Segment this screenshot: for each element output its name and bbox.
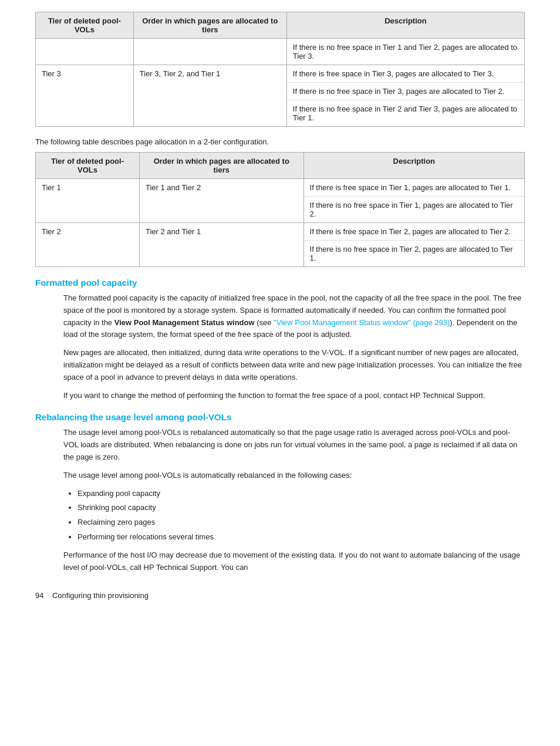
page-number: 94 xyxy=(35,591,43,600)
rebalancing-para2-text: The usage level among pool-VOLs is autom… xyxy=(63,471,352,480)
table1-header-col3: Description xyxy=(286,12,524,39)
table1-header-col2: Order in which pages are allocated to ti… xyxy=(133,12,286,39)
desc-subrow: If there is no free space in Tier 3, pag… xyxy=(287,83,524,100)
desc-cell: If there is free space in Tier 2, pages … xyxy=(303,223,524,267)
desc-subrow: If there is free space in Tier 3, pages … xyxy=(287,65,524,83)
chapter-title: Configuring thin provisioning xyxy=(52,591,149,600)
table-row: Tier 2 Tier 2 and Tier 1 If there is fre… xyxy=(36,223,525,267)
para3-text: If you want to change the method of perf… xyxy=(63,391,485,400)
list-item: Shrinking pool capacity xyxy=(77,502,525,514)
desc-cell: If there is free space in Tier 1, pages … xyxy=(303,179,524,223)
order-cell: Tier 3, Tier 2, and Tier 1 xyxy=(133,65,286,127)
desc-subrow: If there is free space in Tier 2, pages … xyxy=(304,223,524,241)
rebalancing-para2: The usage level among pool-VOLs is autom… xyxy=(63,470,525,482)
rebalancing-after-text: Performance of the host I/O may decrease… xyxy=(63,551,520,572)
tier-cell xyxy=(36,39,134,65)
order-cell: Tier 1 and Tier 2 xyxy=(139,179,303,223)
formatted-pool-para1: The formatted pool capacity is the capac… xyxy=(63,292,525,341)
table2-header-col3: Description xyxy=(303,153,524,179)
desc-subrow: If there is free space in Tier 1, pages … xyxy=(304,179,524,197)
list-item: Reclaiming zero pages xyxy=(77,517,525,529)
rebalancing-para1: The usage level among pool-VOLs is rebal… xyxy=(63,427,525,463)
table-tier-3-config: Tier of deleted pool-VOLs Order in which… xyxy=(35,12,525,127)
page-footer: 94 Configuring thin provisioning xyxy=(35,591,525,600)
list-item: Expanding pool capacity xyxy=(77,488,525,500)
para2-text: New pages are allocated, then initialize… xyxy=(63,348,522,382)
tier-cell: Tier 1 xyxy=(36,179,140,223)
table-row: Tier 3 Tier 3, Tier 2, and Tier 1 If the… xyxy=(36,65,525,127)
rebalancing-para1-text: The usage level among pool-VOLs is rebal… xyxy=(63,428,517,461)
table1-header-col1: Tier of deleted pool-VOLs xyxy=(36,12,134,39)
formatted-pool-para3: If you want to change the method of perf… xyxy=(63,390,525,402)
formatted-pool-heading: Formatted pool capacity xyxy=(35,278,525,288)
table-tier-2-config: Tier of deleted pool-VOLs Order in which… xyxy=(35,152,525,267)
rebalancing-heading: Rebalancing the usage level among pool-V… xyxy=(35,412,525,422)
desc-subrow: If there is no free space in Tier 1, pag… xyxy=(304,197,524,222)
desc-cell: If there is free space in Tier 3, pages … xyxy=(286,65,524,127)
formatted-pool-para2: New pages are allocated, then initialize… xyxy=(63,347,525,383)
table-row: Tier 1 Tier 1 and Tier 2 If there is fre… xyxy=(36,179,525,223)
rebalancing-after-bullets: Performance of the host I/O may decrease… xyxy=(63,549,525,574)
order-cell xyxy=(133,39,286,65)
tier-cell: Tier 2 xyxy=(36,223,140,267)
tier-cell: Tier 3 xyxy=(36,65,134,127)
rebalancing-bullet-list: Expanding pool capacity Shrinking pool c… xyxy=(77,488,525,544)
order-cell: Tier 2 and Tier 1 xyxy=(139,223,303,267)
pool-management-link[interactable]: "View Pool Management Status window" (pa… xyxy=(274,318,450,327)
desc-subrow: If there is no free space in Tier 2 and … xyxy=(287,100,524,126)
para1-bold: View Pool Management Status window xyxy=(114,318,255,327)
list-item: Performing tier relocations several time… xyxy=(77,531,525,544)
table2-header-col1: Tier of deleted pool-VOLs xyxy=(36,153,140,179)
table2-header-col2: Order in which pages are allocated to ti… xyxy=(139,153,303,179)
table2-intro-text: The following table describes page alloc… xyxy=(35,137,525,146)
desc-cell: If there is no free space in Tier 1 and … xyxy=(286,39,524,65)
para1-text-2: (see xyxy=(255,318,274,327)
table-row: If there is no free space in Tier 1 and … xyxy=(36,39,525,65)
desc-subrow: If there is no free space in Tier 2, pag… xyxy=(304,241,524,266)
